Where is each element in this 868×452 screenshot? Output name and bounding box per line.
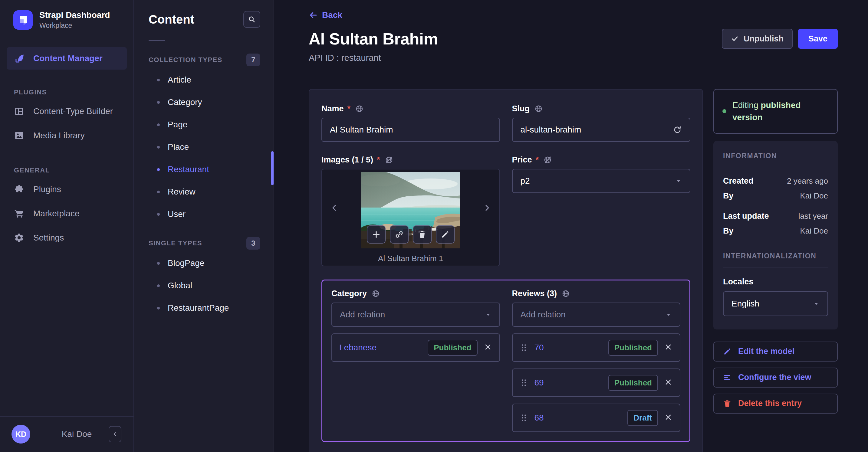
- list-settings-icon: [723, 373, 732, 382]
- price-field: Price* p2: [512, 155, 691, 266]
- sidebar-item-label: Plugins: [33, 185, 61, 194]
- status-badge: Published: [608, 340, 658, 356]
- collapse-sidebar-button[interactable]: [108, 426, 121, 442]
- carousel-next-button[interactable]: [483, 203, 492, 214]
- globe-icon: [372, 290, 380, 298]
- relation-link[interactable]: 69: [534, 378, 608, 388]
- cart-icon: [14, 208, 24, 219]
- relation-link[interactable]: Lebanese: [339, 343, 428, 352]
- remove-relation-button[interactable]: [664, 343, 673, 352]
- sidebar-item-restaurant[interactable]: Restaurant: [134, 158, 274, 181]
- category-field: Category Add relation Lebanese Published: [332, 289, 500, 432]
- entry-side-panel: Editing published version INFORMATION Cr…: [713, 89, 838, 414]
- delete-entry-button[interactable]: Delete this entry: [713, 394, 838, 414]
- sidebar-item-category[interactable]: Category: [134, 91, 274, 114]
- reviews-add-relation-select[interactable]: Add relation: [512, 302, 681, 327]
- configure-view-button[interactable]: Configure the view: [713, 367, 838, 388]
- meta-row-updated-by: By Kai Doe: [723, 226, 828, 236]
- search-button[interactable]: [243, 11, 260, 28]
- sidebar-item-content-type-builder[interactable]: Content-Type Builder: [0, 99, 133, 123]
- single-types-count-badge: 3: [246, 237, 260, 250]
- meta-value: Kai Doe: [800, 191, 828, 201]
- sidebar-item-label: Marketplace: [33, 209, 80, 219]
- price-value: p2: [521, 176, 676, 186]
- gear-icon: [14, 233, 24, 243]
- status-badge: Published: [428, 340, 477, 356]
- slug-input[interactable]: al-sultan-brahim: [512, 118, 691, 142]
- edit-model-button[interactable]: Edit the model: [713, 342, 838, 361]
- carousel-prev-button[interactable]: [330, 203, 339, 214]
- relations-section: Category Add relation Lebanese Published: [321, 280, 690, 442]
- add-relation-placeholder: Add relation: [340, 310, 485, 320]
- bullet-icon: [157, 101, 160, 104]
- drag-handle-icon[interactable]: [520, 378, 528, 387]
- sidebar-item-settings[interactable]: Settings: [0, 226, 133, 250]
- brand-subtitle: Workplace: [39, 22, 110, 30]
- status-text-normal: Editing: [733, 100, 761, 110]
- page-title: Al Sultan Brahim: [309, 29, 722, 48]
- back-link[interactable]: Back: [309, 10, 342, 20]
- required-asterisk: *: [347, 104, 351, 114]
- reviews-field: Reviews (3) Add relation 70 Published: [512, 289, 681, 432]
- search-icon: [248, 15, 256, 23]
- entry-edit-view: Back Al Sultan Brahim Unpublish Save API…: [274, 0, 868, 452]
- regenerate-icon[interactable]: [673, 125, 682, 134]
- sidebar-item-blogpage[interactable]: BlogPage: [134, 252, 274, 275]
- sidebar-item-page[interactable]: Page: [134, 114, 274, 136]
- pencil-icon: [441, 230, 450, 239]
- user-menu[interactable]: KD Kai Doe: [0, 417, 133, 452]
- locales-label: Locales: [723, 277, 828, 287]
- bullet-icon: [157, 79, 160, 82]
- save-button[interactable]: Save: [798, 29, 838, 49]
- meta-row-created: Created 2 years ago: [723, 176, 828, 186]
- drag-handle-icon[interactable]: [520, 413, 528, 422]
- sidebar-item-content-manager[interactable]: Content Manager: [7, 47, 127, 70]
- published-dot-icon: [722, 109, 726, 113]
- globe-slash-icon: [544, 156, 552, 164]
- collection-type-label: Place: [168, 142, 189, 152]
- delete-image-button[interactable]: [413, 225, 432, 244]
- remove-relation-button[interactable]: [664, 378, 673, 388]
- name-input[interactable]: Al Sultan Brahim: [321, 118, 500, 142]
- chevron-left-icon: [330, 203, 339, 213]
- single-types-label: SINGLE TYPES: [149, 239, 202, 247]
- status-badge: Published: [608, 375, 658, 391]
- edit-image-button[interactable]: [436, 225, 455, 244]
- sidebar-item-plugins[interactable]: Plugins: [0, 177, 133, 201]
- relation-link[interactable]: 68: [534, 413, 628, 423]
- category-add-relation-select[interactable]: Add relation: [332, 302, 500, 327]
- information-heading: INFORMATION: [723, 152, 828, 160]
- puzzle-icon: [14, 184, 24, 195]
- close-icon: [664, 343, 673, 351]
- meta-label: Last update: [723, 212, 769, 221]
- images-label: Images (1 / 5): [321, 155, 373, 165]
- divider: [723, 167, 828, 167]
- main-sidebar: Strapi Dashboard Workplace Content Manag…: [0, 0, 134, 452]
- bullet-icon: [157, 284, 160, 287]
- close-icon: [664, 413, 673, 421]
- sidebar-item-restaurantpage[interactable]: RestaurantPage: [134, 297, 274, 319]
- scrollbar-thumb[interactable]: [271, 151, 274, 185]
- drag-handle-icon[interactable]: [520, 343, 528, 352]
- sidebar-item-marketplace[interactable]: Marketplace: [0, 201, 133, 226]
- relation-link[interactable]: 70: [534, 343, 608, 352]
- copy-link-button[interactable]: [390, 225, 409, 244]
- sidebar-item-user[interactable]: User: [134, 203, 274, 225]
- sidebar-item-article[interactable]: Article: [134, 69, 274, 91]
- slug-field: Slug al-sultan-brahim: [512, 104, 691, 142]
- remove-relation-button[interactable]: [664, 413, 673, 423]
- workspace-brand[interactable]: Strapi Dashboard Workplace: [0, 0, 133, 39]
- chevron-left-icon: [112, 431, 118, 437]
- sidebar-item-place[interactable]: Place: [134, 136, 274, 158]
- sidebar-item-global[interactable]: Global: [134, 275, 274, 297]
- trash-icon: [723, 399, 732, 408]
- price-select[interactable]: p2: [512, 169, 691, 193]
- sidebar-item-review[interactable]: Review: [134, 181, 274, 203]
- unpublish-button[interactable]: Unpublish: [722, 29, 793, 49]
- sidebar-footer: KD Kai Doe: [0, 416, 133, 452]
- locale-select[interactable]: English: [723, 291, 828, 316]
- close-icon: [484, 343, 492, 351]
- add-image-button[interactable]: [367, 225, 385, 244]
- remove-relation-button[interactable]: [484, 343, 492, 352]
- sidebar-item-media-library[interactable]: Media Library: [0, 123, 133, 148]
